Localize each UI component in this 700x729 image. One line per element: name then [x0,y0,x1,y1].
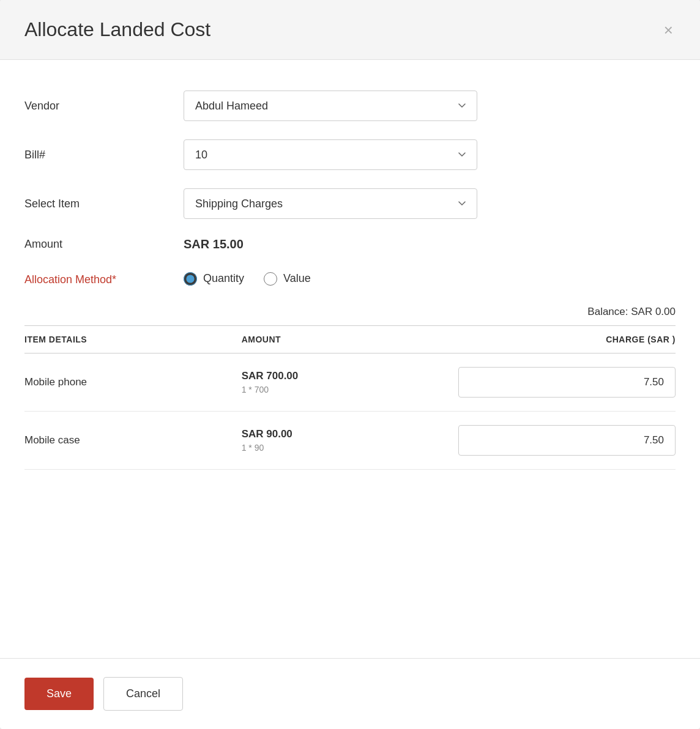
item-name-2: Mobile case [24,434,242,446]
table-section: Balance: SAR 0.00 ITEM DETAILS AMOUNT CH… [24,306,676,470]
vendor-row: Vendor Abdul Hameed [24,91,676,121]
charge-input-1[interactable] [458,367,676,398]
charge-input-2[interactable] [458,425,676,456]
table-header: ITEM DETAILS AMOUNT CHARGE (SAR ) [24,326,676,353]
modal-body: Vendor Abdul Hameed Bill# 10 Select Item… [0,60,700,658]
charge-cell-1 [458,367,676,398]
table-row: Mobile phone SAR 700.00 1 * 700 [24,353,676,412]
item-amount-2: SAR 90.00 1 * 90 [242,428,459,453]
item-name-1: Mobile phone [24,376,242,388]
balance-display: Balance: SAR 0.00 [24,306,676,326]
value-label: Value [283,272,311,285]
allocation-method-label: Allocation Method* [24,270,184,287]
item-amount-sub-2: 1 * 90 [242,443,459,453]
bill-row: Bill# 10 [24,139,676,170]
item-amount-sub-1: 1 * 700 [242,385,459,394]
modal-header: Allocate Landed Cost × [0,0,700,60]
header-charge: CHARGE (SAR ) [458,335,676,344]
item-amount-main-2: SAR 90.00 [242,428,459,440]
select-item-wrapper: Shipping Charges [184,188,477,219]
allocate-landed-cost-modal: Allocate Landed Cost × Vendor Abdul Hame… [0,0,700,729]
modal-footer: Save Cancel [0,658,700,729]
save-button[interactable]: Save [24,678,94,710]
bill-select-wrapper: 10 [184,139,477,170]
header-item-details: ITEM DETAILS [24,335,242,344]
value-option[interactable]: Value [264,272,311,286]
table-row: Mobile case SAR 90.00 1 * 90 [24,412,676,470]
cancel-button[interactable]: Cancel [103,677,183,711]
close-button[interactable]: × [661,20,676,40]
quantity-radio[interactable] [184,272,197,286]
vendor-select[interactable]: Abdul Hameed [184,91,477,121]
select-item-label: Select Item [24,198,184,210]
allocation-radio-group: Quantity Value [184,272,311,286]
vendor-select-wrapper: Abdul Hameed [184,91,477,121]
bill-select[interactable]: 10 [184,139,477,170]
value-radio[interactable] [264,272,277,286]
bill-label: Bill# [24,149,184,161]
header-amount: AMOUNT [242,335,459,344]
modal-title: Allocate Landed Cost [24,18,210,41]
select-item-row: Select Item Shipping Charges [24,188,676,219]
amount-label: Amount [24,238,184,251]
allocation-method-row: Allocation Method* Quantity Value [24,270,676,287]
vendor-label: Vendor [24,100,184,113]
item-amount-main-1: SAR 700.00 [242,370,459,382]
quantity-label: Quantity [203,272,244,285]
item-amount-1: SAR 700.00 1 * 700 [242,370,459,394]
quantity-option[interactable]: Quantity [184,272,244,286]
amount-row: Amount SAR 15.00 [24,237,676,251]
charge-cell-2 [458,425,676,456]
item-select[interactable]: Shipping Charges [184,188,477,219]
amount-value: SAR 15.00 [184,237,244,251]
